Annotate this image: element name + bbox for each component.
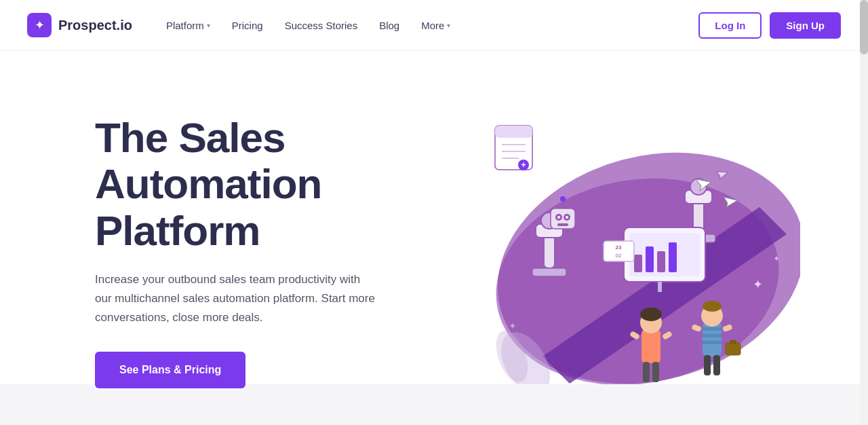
- nav-platform[interactable]: Platform ▾: [157, 14, 220, 37]
- illustration-svg: + ✦ ✦ ✦ ✦: [407, 71, 800, 397]
- svg-rect-5: [532, 268, 566, 276]
- svg-text:23: 23: [616, 244, 622, 251]
- svg-rect-49: [730, 340, 736, 344]
- svg-text:02: 02: [616, 253, 622, 259]
- svg-rect-41: [703, 327, 722, 331]
- svg-rect-43: [703, 341, 722, 344]
- scrollbar-thumb[interactable]: [860, 0, 868, 54]
- svg-point-35: [640, 308, 662, 321]
- svg-point-62: [560, 196, 566, 202]
- svg-point-59: [566, 216, 568, 219]
- svg-rect-14: [657, 251, 665, 272]
- chevron-down-icon: ▾: [207, 22, 210, 29]
- login-button[interactable]: Log In: [698, 12, 762, 39]
- nav-success-stories[interactable]: Success Stories: [275, 14, 368, 37]
- svg-rect-33: [642, 329, 660, 363]
- nav-more[interactable]: More ▾: [412, 14, 460, 37]
- svg-rect-38: [643, 362, 650, 382]
- svg-rect-51: [713, 355, 720, 375]
- nav-pricing[interactable]: Pricing: [222, 14, 273, 37]
- hero-section: The Sales Automation Platform Increase y…: [0, 51, 868, 425]
- hero-description: Increase your outbound sales team produc…: [95, 270, 380, 327]
- hero-title: The Sales Automation Platform: [95, 115, 434, 254]
- svg-text:✦: ✦: [509, 320, 517, 331]
- svg-text:+: +: [521, 160, 526, 170]
- navbar: ✦ Prospect.io Platform ▾ Pricing Success…: [0, 0, 868, 51]
- svg-rect-39: [652, 362, 659, 382]
- nav-blog[interactable]: Blog: [370, 14, 409, 37]
- scrollbar[interactable]: [860, 0, 868, 425]
- svg-rect-16: [658, 282, 662, 292]
- signup-button[interactable]: Sign Up: [770, 12, 841, 39]
- logo-icon: ✦: [27, 13, 52, 37]
- svg-rect-15: [669, 242, 677, 272]
- svg-rect-12: [634, 255, 642, 272]
- svg-point-58: [557, 216, 560, 219]
- svg-point-45: [703, 301, 722, 312]
- svg-rect-48: [726, 343, 741, 355]
- svg-text:✦: ✦: [773, 254, 780, 263]
- cta-button[interactable]: See Plans & Pricing: [95, 352, 245, 388]
- svg-rect-18: [495, 126, 532, 138]
- hero-content: The Sales Automation Platform Increase y…: [95, 115, 434, 388]
- nav-actions: Log In Sign Up: [698, 12, 841, 39]
- bottom-section: [0, 384, 868, 425]
- logo-text: Prospect.io: [58, 18, 132, 33]
- chevron-down-icon: ▾: [447, 22, 450, 29]
- svg-rect-60: [557, 223, 568, 226]
- svg-rect-50: [704, 355, 711, 375]
- logo[interactable]: ✦ Prospect.io: [27, 13, 132, 37]
- svg-text:✦: ✦: [753, 278, 763, 291]
- hero-illustration: + ✦ ✦ ✦ ✦: [434, 78, 841, 425]
- svg-rect-42: [703, 334, 722, 337]
- nav-links: Platform ▾ Pricing Success Stories Blog …: [157, 14, 698, 37]
- svg-rect-13: [646, 246, 654, 272]
